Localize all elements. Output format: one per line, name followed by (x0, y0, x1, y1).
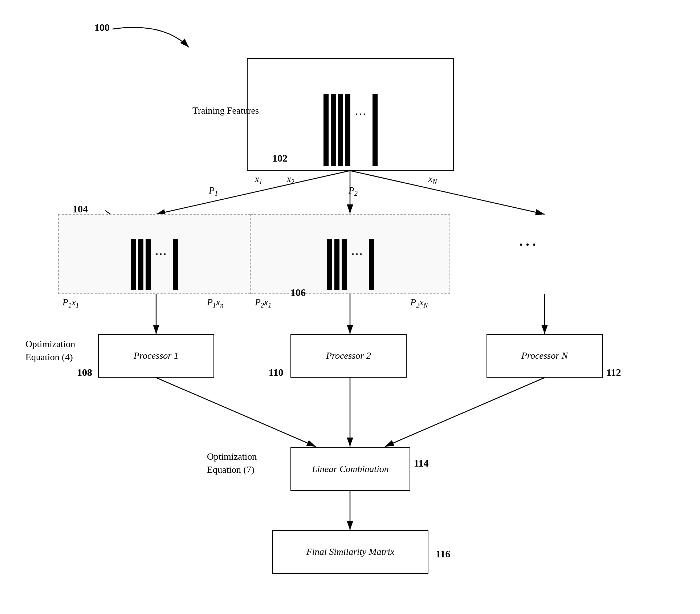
ref-116: 116 (436, 548, 450, 560)
svg-line-10 (385, 378, 545, 447)
right-branch-dots: ··· (519, 236, 539, 253)
ref-114: 114 (414, 458, 428, 469)
ref-110: 110 (269, 367, 283, 378)
p1-branch-label: P1 (209, 185, 218, 198)
processorN-label: Processor N (521, 350, 568, 361)
ref-112: 112 (606, 367, 621, 378)
final-similarity-label: Final Similarity Matrix (306, 546, 395, 557)
p2x1-label: P2x1 (255, 297, 271, 309)
svg-line-8 (156, 378, 316, 447)
x1-label: x1 (255, 174, 262, 186)
processor2-label: Processor 2 (326, 350, 371, 361)
opt-eq4-label: OptimizationEquation (4) (25, 338, 94, 364)
xN-label: xN (428, 174, 437, 186)
p1x1-label: P1x1 (62, 297, 79, 309)
p2xN-label: P2xN (410, 297, 428, 309)
ref-106: 106 (290, 287, 306, 298)
ref-108: 108 (77, 367, 92, 378)
processor1-box: Processor 1 (98, 334, 214, 378)
opt-eq7-label: OptimizationEquation (7) (207, 450, 287, 477)
ref-104: 104 (73, 203, 88, 215)
p2-box: ··· (251, 214, 450, 294)
processorN-box: Processor N (487, 334, 603, 378)
diagram: 100 ··· x1 x2 xN Training Features 102 P… (0, 0, 700, 614)
linear-combination-box: Linear Combination (290, 447, 410, 491)
final-similarity-box: Final Similarity Matrix (272, 530, 428, 574)
processor2-box: Processor 2 (290, 334, 407, 378)
training-features-label: Training Features (192, 105, 259, 116)
ref-102: 102 (272, 153, 288, 164)
p2-branch-label: P2 (349, 185, 358, 198)
p1xn-label: P1xn (207, 297, 223, 309)
processor1-label: Processor 1 (134, 350, 179, 361)
svg-line-2 (156, 171, 350, 214)
ref-100: 100 (94, 22, 110, 33)
linear-combination-label: Linear Combination (312, 464, 389, 475)
svg-line-4 (350, 171, 545, 214)
p1-box: ··· (58, 214, 251, 294)
x2-label: x2 (287, 174, 294, 186)
